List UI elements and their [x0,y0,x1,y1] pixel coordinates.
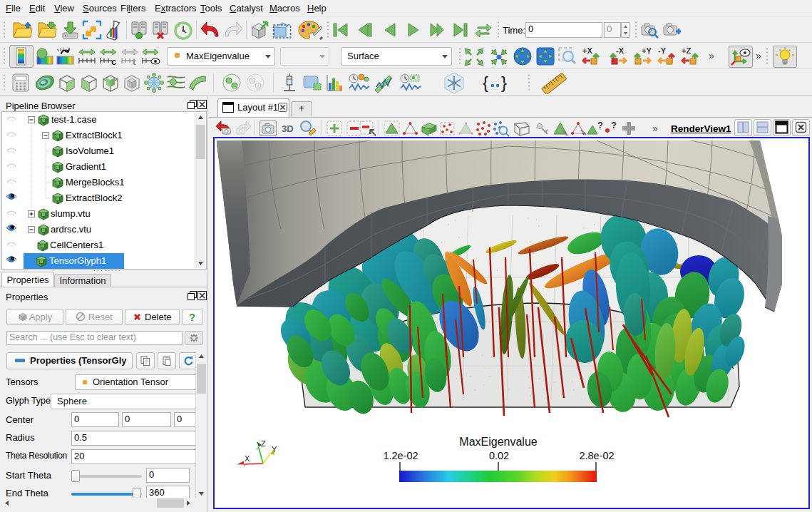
svg-text:?: ? [611,120,617,130]
svg-text:+Y: +Y [642,46,652,55]
svg-text:2.8e-02: 2.8e-02 [579,450,614,461]
svg-text:}: } [501,73,507,92]
svg-text:MaxEigenvalue: MaxEigenvalue [459,436,538,448]
svg-text:X: X [245,454,250,463]
svg-text:{: { [483,73,488,92]
svg-text:0.02: 0.02 [489,450,509,461]
svg-text:c: c [111,56,116,66]
svg-text:Y: Y [272,445,277,454]
svg-text:+X: +X [582,46,592,55]
svg-text:t: t [133,56,136,66]
svg-text:-X: -X [616,46,625,55]
svg-text:+Z: +Z [682,46,691,55]
svg-text:Z: Z [261,439,266,448]
svg-text:1.2e-02: 1.2e-02 [383,450,418,461]
svg-text:-Y: -Y [658,46,667,55]
